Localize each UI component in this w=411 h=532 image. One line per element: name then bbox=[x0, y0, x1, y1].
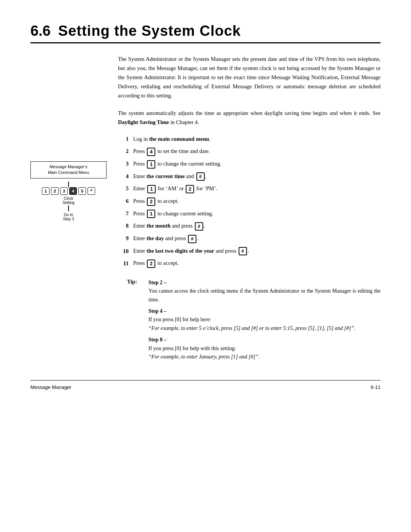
diagram-connector-line bbox=[68, 182, 69, 187]
footer-title: Message Manager bbox=[30, 384, 72, 390]
step-2: 2 Press 4 to set the time and date. bbox=[118, 147, 381, 156]
key-badge-1a: 1 bbox=[147, 160, 155, 169]
key-badge-hash-b: # bbox=[195, 222, 203, 231]
key-badge-4: 4 bbox=[147, 148, 155, 156]
tip-step4-head: Step 4 – bbox=[148, 307, 381, 315]
step-num-10: 10 bbox=[118, 247, 129, 256]
key-badge-hash-a: # bbox=[196, 172, 205, 181]
step-3: 3 Press 1 to change the current setting. bbox=[118, 160, 381, 169]
step-num-1: 1 bbox=[118, 135, 129, 143]
diagram-key-star: * bbox=[88, 187, 95, 195]
diagram-key-4-active: 4 bbox=[69, 187, 77, 195]
key-badge-2b: 2 bbox=[147, 198, 155, 206]
footer-right: 6-11 bbox=[371, 384, 381, 390]
step-num-6: 6 bbox=[118, 197, 129, 205]
section-number: 6.6 bbox=[30, 23, 51, 39]
step-text-11: Press 2 to accept. bbox=[133, 259, 381, 268]
key-badge-2a: 2 bbox=[186, 185, 194, 193]
tip-step2-head: Step 2 – bbox=[148, 279, 381, 287]
diagram-goto-label: Go toStep 3 bbox=[30, 213, 107, 221]
content-area: Message Manager’s Main Command Menu 1 2 … bbox=[30, 55, 381, 361]
tip-content: Step 2 – You cannot access the clock set… bbox=[148, 279, 381, 362]
step-text-7: Press 1 to change current setting. bbox=[133, 210, 381, 218]
tip-step2-body: You cannot access the clock setting menu… bbox=[148, 287, 381, 304]
intro-paragraph-2: The system automatically adjusts the tim… bbox=[118, 109, 381, 127]
step-text-2: Press 4 to set the time and date. bbox=[133, 147, 381, 156]
step-text-10: Enter the last two digits of the year an… bbox=[133, 247, 381, 256]
diagram-key-2: 2 bbox=[51, 187, 59, 195]
step-6: 6 Press 2 to accept. bbox=[118, 197, 381, 206]
step-text-1: Log in the main command menu. bbox=[133, 135, 381, 143]
step-text-5: Enter 1 for ‘AM’ or 2 for ‘PM’. bbox=[133, 185, 381, 193]
steps-list: 1 Log in the main command menu. 2 Press … bbox=[118, 135, 381, 268]
diagram-box-line2: Main Command Menu bbox=[48, 170, 89, 175]
key-badge-hash-d: # bbox=[239, 247, 247, 255]
step-7: 7 Press 1 to change current setting. bbox=[118, 210, 381, 218]
tip-step4-italic: “For example, to enter 5 o’clock, press … bbox=[148, 324, 381, 333]
step-num-11: 11 bbox=[118, 259, 129, 268]
step-num-3: 3 bbox=[118, 160, 129, 168]
step-9: 9 Enter the day and press #. bbox=[118, 234, 381, 243]
step-text-6: Press 2 to accept. bbox=[133, 197, 381, 206]
daylight-saving-bold: Daylight Saving Time bbox=[118, 119, 169, 125]
footer-left: Message Manager bbox=[30, 384, 371, 390]
step-text-8: Enter the month and press #. bbox=[133, 222, 381, 231]
tip-step8-italic: “For example, to enter January, press [1… bbox=[148, 353, 381, 361]
step-num-9: 9 bbox=[118, 234, 129, 243]
key-badge-1b: 1 bbox=[147, 185, 156, 193]
step-num-7: 7 bbox=[118, 210, 129, 218]
step-4: 4 Enter the current time and #. bbox=[118, 172, 381, 181]
section-header: 6.6Setting the System Clock bbox=[30, 23, 381, 43]
right-content: The System Administrator or the System M… bbox=[118, 55, 381, 361]
diagram-connector-line2 bbox=[68, 205, 69, 211]
diagram-box: Message Manager’s Main Command Menu bbox=[30, 161, 107, 178]
step-10: 10 Enter the last two digits of the year… bbox=[118, 247, 381, 256]
step-text-3: Press 1 to change the current setting. bbox=[133, 160, 381, 169]
tip-step8-body: If you press [0] for help with this sett… bbox=[148, 344, 381, 353]
section-title: Setting the System Clock bbox=[58, 23, 241, 39]
tip-step8-head: Step 8 – bbox=[148, 336, 381, 344]
diagram-clock-label: ClockSetting bbox=[30, 196, 107, 205]
step-num-4: 4 bbox=[118, 172, 129, 181]
tip-step4-body: If you press [0] for help here: bbox=[148, 315, 381, 324]
step-num-8: 8 bbox=[118, 222, 129, 230]
step-text-9: Enter the day and press #. bbox=[133, 234, 381, 243]
step-1: 1 Log in the main command menu. bbox=[118, 135, 381, 143]
step-11: 11 Press 2 to accept. bbox=[118, 259, 381, 268]
diagram-keys-row: 1 2 3 4 5 * bbox=[30, 187, 107, 195]
step-text-4: Enter the current time and #. bbox=[133, 172, 381, 181]
step-5: 5 Enter 1 for ‘AM’ or 2 for ‘PM’. bbox=[118, 185, 381, 193]
step-num-5: 5 bbox=[118, 185, 129, 193]
step-num-2: 2 bbox=[118, 147, 129, 156]
key-badge-1c: 1 bbox=[147, 210, 155, 218]
intro-paragraph-1: The System Administrator or the System M… bbox=[118, 55, 381, 100]
footer: Message Manager 6-11 bbox=[30, 380, 381, 390]
diagram-key-5: 5 bbox=[78, 187, 86, 195]
tip-label: Tip: bbox=[118, 279, 141, 362]
diagram-key-3: 3 bbox=[60, 187, 68, 195]
diagram-box-line1: Message Manager’s bbox=[49, 164, 87, 169]
key-badge-2c: 2 bbox=[147, 260, 155, 268]
left-sidebar: Message Manager’s Main Command Menu 1 2 … bbox=[30, 55, 107, 361]
tips-section: Tip: Step 2 – You cannot access the cloc… bbox=[118, 279, 381, 362]
diagram-key-1: 1 bbox=[42, 187, 49, 195]
page: 6.6Setting the System Clock Message Mana… bbox=[0, 0, 411, 532]
key-badge-hash-c: # bbox=[188, 235, 196, 243]
step-8: 8 Enter the month and press #. bbox=[118, 222, 381, 231]
